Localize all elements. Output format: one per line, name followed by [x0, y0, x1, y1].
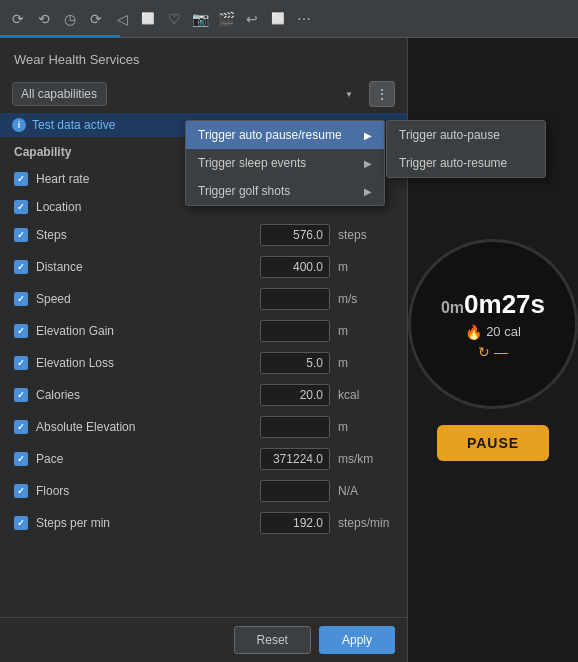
dropdown-item[interactable]: Trigger auto pause/resume▶Trigger auto-p… [186, 121, 384, 149]
capability-row: Elevation Lossm [4, 347, 403, 379]
toolbar-btn-2[interactable]: ⟲ [34, 9, 54, 29]
pause-button[interactable]: PAUSE [437, 425, 549, 461]
capability-input[interactable] [260, 384, 330, 406]
panel-title: Wear Health Services [0, 38, 407, 75]
capability-input[interactable] [260, 320, 330, 342]
capabilities-select-wrap: All capabilities [12, 82, 361, 106]
capability-name: Absolute Elevation [36, 420, 252, 434]
capability-name: Elevation Loss [36, 356, 252, 370]
capability-row: Absolute Elevationm [4, 411, 403, 443]
toolbar-btn-11[interactable]: ⬜ [268, 9, 288, 29]
submenu-arrow-icon: ▶ [364, 158, 372, 169]
capability-unit: ms/km [338, 452, 393, 466]
submenu-item[interactable]: Trigger auto-pause [387, 121, 545, 149]
reset-button[interactable]: Reset [234, 626, 311, 654]
toolbar-btn-6[interactable]: ⬜ [138, 9, 158, 29]
capability-checkbox[interactable] [14, 356, 28, 370]
capability-checkbox[interactable] [14, 484, 28, 498]
capability-checkbox[interactable] [14, 172, 28, 186]
capability-row: Calorieskcal [4, 379, 403, 411]
dropdown-item-label: Trigger auto pause/resume [198, 128, 342, 142]
capability-input[interactable] [260, 512, 330, 534]
capability-input[interactable] [260, 448, 330, 470]
capability-checkbox[interactable] [14, 324, 28, 338]
submenu-arrow-icon: ▶ [364, 130, 372, 141]
watch-dash: ↻ — [478, 344, 508, 360]
capability-checkbox[interactable] [14, 516, 28, 530]
capabilities-row: All capabilities ⋮ [0, 75, 407, 113]
capability-checkbox[interactable] [14, 388, 28, 402]
info-icon: i [12, 118, 26, 132]
capability-row: FloorsN/A [4, 475, 403, 507]
toolbar-btn-3[interactable]: ◷ [60, 9, 80, 29]
watch-display: 0m0m27s 🔥 20 cal ↻ — [408, 239, 578, 409]
toolbar-btn-9[interactable]: 🎬 [216, 9, 236, 29]
toolbar: ⟳ ⟲ ◷ ⟳ ◁ ⬜ ♡ 📷 🎬 ↩ ⬜ ⋯ [0, 0, 578, 38]
toolbar-btn-10[interactable]: ↩ [242, 9, 262, 29]
capability-row: Speedm/s [4, 283, 403, 315]
capability-row: Steps per minsteps/min [4, 507, 403, 539]
info-text: Test data active [32, 118, 115, 132]
capability-name: Floors [36, 484, 252, 498]
dropdown-item-label: Trigger golf shots [198, 184, 290, 198]
capability-name: Steps [36, 228, 252, 242]
toolbar-btn-5[interactable]: ◁ [112, 9, 132, 29]
submenu: Trigger auto-pauseTrigger auto-resume [386, 120, 546, 178]
capability-row: Stepssteps [4, 219, 403, 251]
capability-unit: steps [338, 228, 393, 242]
capability-unit: N/A [338, 484, 393, 498]
bottom-bar: Reset Apply [0, 617, 407, 662]
capability-unit: m/s [338, 292, 393, 306]
capability-name: Elevation Gain [36, 324, 252, 338]
toolbar-btn-1[interactable]: ⟳ [8, 9, 28, 29]
capability-unit: m [338, 356, 393, 370]
capability-name: Distance [36, 260, 252, 274]
watch-calories: 🔥 20 cal [465, 324, 521, 340]
capability-row: Distancem [4, 251, 403, 283]
capability-checkbox[interactable] [14, 228, 28, 242]
dropdown-item-label: Trigger sleep events [198, 156, 306, 170]
capability-input[interactable] [260, 224, 330, 246]
dropdown-menu: Trigger auto pause/resume▶Trigger auto-p… [185, 120, 385, 206]
capability-unit: m [338, 420, 393, 434]
capability-input[interactable] [260, 256, 330, 278]
capability-list: Heart ratebpmLocationStepsstepsDistancem… [0, 163, 407, 617]
toolbar-btn-7[interactable]: ♡ [164, 9, 184, 29]
submenu-arrow-icon: ▶ [364, 186, 372, 197]
toolbar-btn-8[interactable]: 📷 [190, 9, 210, 29]
menu-button[interactable]: ⋮ [369, 81, 395, 107]
capability-name: Pace [36, 452, 252, 466]
capability-checkbox[interactable] [14, 292, 28, 306]
flame-icon: 🔥 [465, 324, 482, 340]
dropdown-overlay: Trigger auto pause/resume▶Trigger auto-p… [185, 120, 385, 206]
capability-input[interactable] [260, 352, 330, 374]
dropdown-item[interactable]: Trigger sleep events▶ [186, 149, 384, 177]
capability-row: Elevation Gainm [4, 315, 403, 347]
calories-value: 20 cal [486, 324, 521, 339]
capability-input[interactable] [260, 288, 330, 310]
capability-name: Steps per min [36, 516, 252, 530]
watch-time: 0m0m27s [441, 289, 545, 320]
dropdown-item[interactable]: Trigger golf shots▶ [186, 177, 384, 205]
capabilities-select[interactable]: All capabilities [12, 82, 107, 106]
toolbar-btn-more[interactable]: ⋯ [294, 9, 314, 29]
capability-unit: m [338, 260, 393, 274]
capability-unit: steps/min [338, 516, 393, 530]
capability-input[interactable] [260, 416, 330, 438]
submenu-item[interactable]: Trigger auto-resume [387, 149, 545, 177]
capability-unit: kcal [338, 388, 393, 402]
toolbar-btn-4[interactable]: ⟳ [86, 9, 106, 29]
capability-checkbox[interactable] [14, 452, 28, 466]
capability-input[interactable] [260, 480, 330, 502]
capability-name: Calories [36, 388, 252, 402]
capability-checkbox[interactable] [14, 200, 28, 214]
capability-name: Speed [36, 292, 252, 306]
apply-button[interactable]: Apply [319, 626, 395, 654]
capability-checkbox[interactable] [14, 420, 28, 434]
capability-checkbox[interactable] [14, 260, 28, 274]
progress-bar [0, 35, 120, 38]
capability-row: Pacems/km [4, 443, 403, 475]
capability-unit: m [338, 324, 393, 338]
